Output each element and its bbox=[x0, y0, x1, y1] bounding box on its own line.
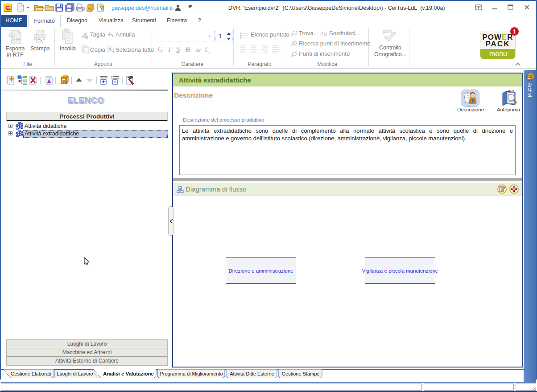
svg-text:RTF: RTF bbox=[12, 37, 21, 41]
svg-text:Gestione Elaborati: Gestione Elaborati bbox=[11, 371, 51, 376]
svg-text:Programma di Miglioramento: Programma di Miglioramento bbox=[160, 371, 223, 376]
svg-text:Luoghi di Lavoro: Luoghi di Lavoro bbox=[57, 371, 93, 376]
svg-text:Attività Ditte Esterne: Attività Ditte Esterne bbox=[230, 371, 274, 376]
svg-text:a: a bbox=[109, 47, 111, 51]
svg-text:A: A bbox=[320, 31, 324, 36]
svg-text:B: B bbox=[324, 32, 327, 37]
svg-text:?: ? bbox=[100, 4, 104, 12]
svg-text:Analisi e Valutazione: Analisi e Valutazione bbox=[103, 371, 154, 376]
svg-text:Gestione Stampe: Gestione Stampe bbox=[282, 371, 320, 376]
